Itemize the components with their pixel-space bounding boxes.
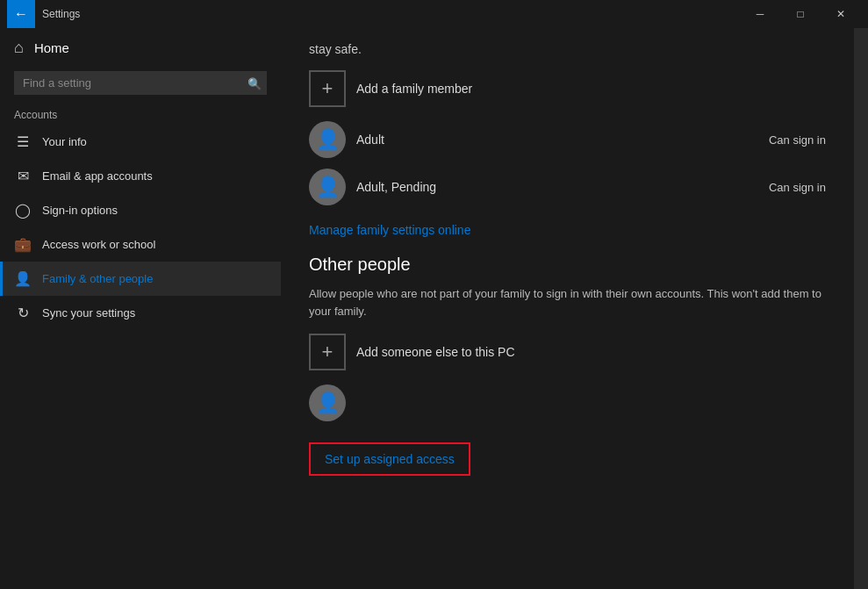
restore-button[interactable]: □ xyxy=(780,0,821,28)
window-controls: ─ □ ✕ xyxy=(740,0,861,28)
avatar-adult-pending-icon: 👤 xyxy=(316,176,340,198)
sign-in-icon: ◯ xyxy=(14,202,32,219)
search-container: 🔍 xyxy=(14,71,267,95)
sidebar-item-work-school[interactable]: 💼 Access work or school xyxy=(0,227,281,262)
sidebar: ⌂ Home 🔍 Accounts ☰ Your info ✉ Email & … xyxy=(0,28,281,589)
add-family-member-row[interactable]: + Add a family member xyxy=(309,70,826,107)
your-info-icon: ☰ xyxy=(14,133,32,150)
search-icon: 🔍 xyxy=(247,76,262,90)
window-title: Settings xyxy=(35,8,740,20)
search-input[interactable] xyxy=(14,71,267,95)
sidebar-item-your-info[interactable]: ☰ Your info xyxy=(0,125,281,159)
add-someone-row[interactable]: + Add someone else to this PC xyxy=(309,334,826,370)
add-family-plus-box: + xyxy=(309,70,346,107)
sidebar-item-label-email: Email & app accounts xyxy=(42,169,153,183)
other-person-row: 👤 xyxy=(309,384,826,421)
avatar-adult-icon: 👤 xyxy=(316,128,340,151)
sidebar-item-label-work: Access work or school xyxy=(42,238,155,251)
member-status-adult: Can sign in xyxy=(769,133,826,147)
title-bar: ← Settings ─ □ ✕ xyxy=(0,0,868,28)
sidebar-item-label-your-info: Your info xyxy=(42,135,87,148)
close-button[interactable]: ✕ xyxy=(821,0,861,28)
member-info-adult-pending: Adult, Pending xyxy=(346,180,769,194)
sidebar-item-label-sync: Sync your settings xyxy=(42,306,135,320)
add-family-member-label: Add a family member xyxy=(356,82,472,96)
assigned-access-box[interactable]: Set up assigned access xyxy=(309,442,470,476)
member-name-adult: Adult xyxy=(356,133,769,147)
main-content: stay safe. + Add a family member 👤 Adult… xyxy=(281,28,854,589)
sidebar-item-label-family: Family & other people xyxy=(42,272,153,285)
sidebar-item-family[interactable]: 👤 Family & other people xyxy=(0,262,281,296)
sync-icon: ↻ xyxy=(14,305,32,321)
other-person-avatar: 👤 xyxy=(309,384,346,421)
member-status-adult-pending: Can sign in xyxy=(769,181,826,194)
avatar-adult: 👤 xyxy=(309,121,346,158)
family-member-adult: 👤 Adult Can sign in xyxy=(309,121,826,158)
email-icon: ✉ xyxy=(14,168,32,184)
other-people-heading: Other people xyxy=(309,255,826,275)
stay-safe-text: stay safe. xyxy=(309,42,826,56)
home-icon: ⌂ xyxy=(14,39,24,57)
minimize-button[interactable]: ─ xyxy=(740,0,780,28)
other-people-desc: Allow people who are not part of your fa… xyxy=(309,285,826,320)
add-someone-label: Add someone else to this PC xyxy=(356,345,515,359)
back-button[interactable]: ← xyxy=(7,0,35,28)
avatar-adult-pending: 👤 xyxy=(309,169,346,205)
sidebar-item-label-signin: Sign-in options xyxy=(42,204,118,217)
app-container: ⌂ Home 🔍 Accounts ☰ Your info ✉ Email & … xyxy=(0,28,868,589)
sidebar-item-sign-in[interactable]: ◯ Sign-in options xyxy=(0,193,281,227)
member-name-adult-pending: Adult, Pending xyxy=(356,180,769,194)
other-person-avatar-icon: 👤 xyxy=(316,391,340,414)
back-icon: ← xyxy=(14,6,28,22)
manage-family-link[interactable]: Manage family settings online xyxy=(309,223,470,237)
assigned-access-label: Set up assigned access xyxy=(325,452,455,466)
scrollbar-track xyxy=(854,28,868,589)
home-nav-item[interactable]: ⌂ Home xyxy=(0,28,281,68)
add-someone-plus-icon: + xyxy=(322,341,334,363)
home-label: Home xyxy=(34,40,69,55)
member-info-adult: Adult xyxy=(346,133,769,147)
plus-icon: + xyxy=(322,77,334,100)
add-someone-plus-box: + xyxy=(309,334,346,370)
family-icon: 👤 xyxy=(14,270,32,287)
family-member-adult-pending: 👤 Adult, Pending Can sign in xyxy=(309,169,826,205)
sidebar-item-email-app[interactable]: ✉ Email & app accounts xyxy=(0,159,281,193)
accounts-section-label: Accounts xyxy=(0,102,281,125)
work-icon: 💼 xyxy=(14,236,32,253)
sidebar-item-sync[interactable]: ↻ Sync your settings xyxy=(0,296,281,330)
